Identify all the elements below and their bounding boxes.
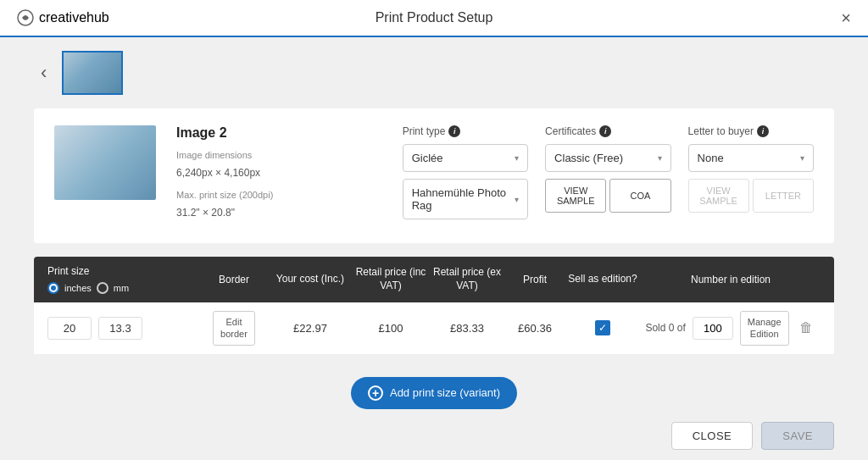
certificates-group: Certificates i Classic (Free) ▾ VIEW SAM… [545, 125, 670, 226]
close-x-button[interactable]: × [841, 9, 851, 26]
td-edition-checkbox: ✓ [565, 320, 641, 335]
product-card: Image 2 Image dimensions 6,240px × 4,160… [34, 108, 834, 243]
chevron-down-icon-3: ▾ [658, 153, 662, 163]
th-border: Border [200, 274, 268, 285]
delete-row-button[interactable]: 🗑 [796, 317, 816, 339]
edition-checkbox[interactable]: ✓ [595, 320, 610, 335]
product-dimensions-label: Image dimensions 6,240px × 4,160px [176, 147, 382, 182]
product-maxprint: Max. print size (200dpi) 31.2" × 20.8" [176, 187, 382, 222]
chevron-down-icon: ▾ [515, 153, 519, 163]
page-title: Print Product Setup [376, 10, 493, 25]
coa-button[interactable]: COA [609, 179, 670, 213]
th-your-cost: Your cost (Inc.) [268, 273, 353, 286]
letter-to-buyer-label: Letter to buyer i [688, 125, 814, 137]
chevron-down-icon-2: ▾ [515, 195, 519, 204]
td-your-cost: £22.97 [268, 322, 353, 335]
plus-circle-icon: + [368, 385, 383, 401]
image-carousel: ‹ [34, 51, 834, 95]
th-sell-as-edition: Sell as edition? [565, 273, 641, 286]
th-retail-inc: Retail price (inc VAT) [353, 266, 429, 292]
td-num-edition: Sold 0 of ManageEdition 🗑 [641, 311, 821, 346]
product-dimensions-label-text: Image dimensions [176, 147, 382, 164]
table-header: Print size inches mm Border Your cost (I… [34, 257, 834, 302]
td-size [47, 317, 200, 340]
size-height-input[interactable] [98, 317, 142, 340]
unit-toggle: inches mm [47, 282, 200, 294]
logo-area: creativehub [17, 9, 109, 26]
product-image [54, 125, 156, 200]
td-retail-inc: £100 [353, 322, 429, 335]
certificates-sample-row: VIEW SAMPLE COA [545, 179, 670, 213]
letter-sample-row: VIEW SAMPLE LETTER [688, 179, 814, 213]
bottom-actions: CLOSE SAVE [0, 412, 868, 460]
certificates-info-icon: i [599, 125, 611, 137]
logo-icon [17, 9, 34, 26]
size-width-input[interactable] [47, 317, 92, 340]
print-type-select-giclee[interactable]: Giclée ▾ [403, 144, 528, 172]
unit-inches-radio[interactable] [47, 282, 59, 294]
pricing-table: Print size inches mm Border Your cost (I… [34, 257, 834, 355]
letter-view-sample-button[interactable]: VIEW SAMPLE [688, 179, 749, 213]
print-type-select-rag[interactable]: Hahnemühle Photo Rag ▾ [403, 179, 528, 219]
main-content: ‹ Image 2 Image dimensions 6,240px × 4,1… [0, 37, 868, 460]
product-info: Image 2 Image dimensions 6,240px × 4,160… [176, 125, 382, 223]
carousel-prev-button[interactable]: ‹ [34, 58, 53, 87]
product-dimensions-value: 6,240px × 4,160px [176, 164, 382, 183]
top-bar: creativehub Print Product Setup × [0, 0, 868, 37]
product-maxprint-value: 31.2" × 20.8" [176, 204, 382, 223]
edition-count-input[interactable] [693, 317, 733, 340]
unit-mm-radio[interactable] [97, 282, 108, 294]
td-retail-ex: £83.33 [429, 322, 505, 335]
product-name: Image 2 [176, 125, 382, 141]
sold-text: Sold 0 of [645, 322, 685, 334]
table-row: Editborder £22.97 £100 £83.33 £60.36 ✓ S… [34, 302, 834, 355]
add-variant-button[interactable]: + Add print size (variant) [351, 377, 517, 409]
letter-to-buyer-group: Letter to buyer i None ▾ VIEW SAMPLE LET… [688, 125, 814, 226]
view-sample-button[interactable]: VIEW SAMPLE [545, 179, 606, 213]
letter-button[interactable]: LETTER [753, 179, 814, 213]
th-profit: Profit [505, 274, 565, 285]
close-button[interactable]: CLOSE [671, 422, 754, 450]
print-type-info-icon: i [448, 125, 460, 137]
print-type-group: Print type i Giclée ▾ Hahnemühle Photo R… [403, 125, 528, 226]
letter-to-buyer-select[interactable]: None ▾ [688, 144, 814, 172]
edit-border-button[interactable]: Editborder [213, 311, 255, 346]
certificates-label: Certificates i [545, 125, 670, 137]
letter-to-buyer-info-icon: i [757, 125, 769, 137]
print-type-label: Print type i [403, 125, 528, 137]
chevron-down-icon-4: ▾ [800, 153, 804, 163]
td-profit: £60.36 [505, 322, 565, 335]
th-retail-ex: Retail price (ex VAT) [429, 266, 505, 292]
td-border: Editborder [200, 311, 268, 346]
print-options: Print type i Giclée ▾ Hahnemühle Photo R… [403, 125, 814, 226]
manage-edition-button[interactable]: ManageEdition [740, 311, 789, 346]
th-print-size: Print size inches mm [47, 265, 200, 294]
carousel-thumbnail[interactable] [62, 51, 123, 95]
product-maxprint-label: Max. print size (200dpi) [176, 187, 382, 204]
th-num-edition: Number in edition [641, 274, 821, 285]
save-button[interactable]: SAVE [761, 422, 834, 450]
add-variant-container: + Add print size (variant) [34, 365, 834, 414]
logo-text: creativehub [39, 10, 109, 25]
certificates-select[interactable]: Classic (Free) ▾ [545, 144, 670, 172]
